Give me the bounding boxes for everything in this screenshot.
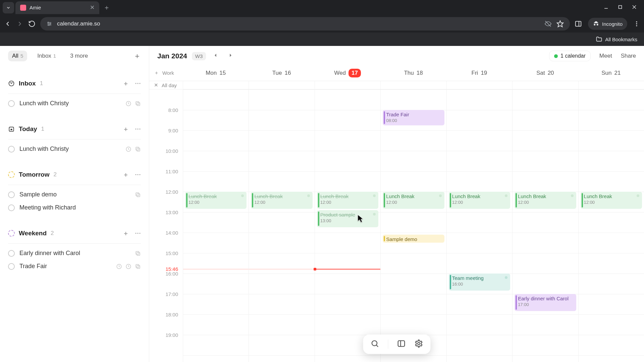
task-checkbox[interactable] bbox=[8, 100, 15, 107]
task-item[interactable]: Lunch with Christy bbox=[8, 139, 141, 153]
prev-week-button[interactable] bbox=[211, 52, 221, 60]
all-bookmarks-button[interactable]: All Bookmarks bbox=[596, 36, 637, 43]
allday-cell[interactable] bbox=[315, 81, 380, 89]
day-column[interactable]: Lunch Break12:00Team meeting16:00 bbox=[446, 89, 512, 362]
task-checkbox[interactable] bbox=[8, 250, 15, 257]
new-tab-button[interactable]: ＋ bbox=[103, 3, 110, 12]
sidepanel-icon[interactable] bbox=[575, 20, 582, 27]
close-window-button[interactable] bbox=[632, 5, 637, 10]
task-item[interactable]: Early dinner with Carol bbox=[8, 244, 141, 257]
tab-close-icon[interactable]: ✕ bbox=[90, 4, 95, 11]
calendar-count-chip[interactable]: 1 calendar bbox=[549, 51, 591, 61]
day-column[interactable]: Lunch Break12:00Early dinner with Carol1… bbox=[512, 89, 578, 362]
allday-cell[interactable] bbox=[249, 81, 314, 89]
minimize-button[interactable] bbox=[604, 5, 608, 10]
kebab-menu-icon[interactable] bbox=[633, 20, 640, 27]
next-week-button[interactable] bbox=[225, 52, 235, 60]
hour-label: 12:00 bbox=[165, 189, 178, 195]
event-block[interactable]: Lunch Break12:00 bbox=[317, 192, 378, 209]
section-head-weekend[interactable]: Weekend2＋⋯ bbox=[8, 229, 141, 237]
task-checkbox[interactable] bbox=[8, 204, 15, 211]
url-box[interactable]: calendar.amie.so bbox=[40, 17, 570, 31]
event-time: 17:00 bbox=[518, 302, 529, 307]
section-add-button[interactable]: ＋ bbox=[123, 79, 129, 87]
reload-button[interactable] bbox=[28, 20, 36, 27]
day-header[interactable]: Tue 16 bbox=[249, 65, 314, 81]
event-block[interactable]: Lunch Break12:00 bbox=[515, 192, 576, 209]
week-number[interactable]: W3 bbox=[192, 52, 206, 60]
section-weekend: Weekend2＋⋯Early dinner with CarolTrade F… bbox=[8, 229, 141, 270]
task-checkbox[interactable] bbox=[8, 146, 15, 153]
task-item[interactable]: Trade Fair bbox=[8, 257, 141, 270]
day-header[interactable]: Thu 18 bbox=[380, 65, 446, 81]
section-add-button[interactable]: ＋ bbox=[123, 229, 129, 237]
event-block[interactable]: Lunch Break12:00 bbox=[383, 192, 444, 209]
section-menu-button[interactable]: ⋯ bbox=[135, 125, 141, 133]
tab-search-button[interactable] bbox=[3, 2, 14, 13]
task-item[interactable]: Lunch with Christy bbox=[8, 94, 141, 107]
hour-label: 18:00 bbox=[165, 312, 178, 317]
event-block[interactable]: Team meeting16:00 bbox=[449, 274, 510, 291]
filter-more[interactable]: 3 more bbox=[66, 51, 92, 61]
section-head-today[interactable]: Today1＋⋯ bbox=[8, 125, 141, 133]
forward-button[interactable] bbox=[16, 20, 23, 27]
svg-point-7 bbox=[48, 22, 49, 23]
search-button[interactable] bbox=[370, 339, 379, 349]
section-menu-button[interactable]: ⋯ bbox=[135, 171, 141, 179]
meet-button[interactable]: Meet bbox=[599, 53, 612, 59]
event-block[interactable]: Lunch Break12:00 bbox=[185, 192, 247, 209]
day-header[interactable]: Mon 15 bbox=[183, 65, 249, 81]
event-block[interactable]: Lunch Break12:00 bbox=[449, 192, 510, 209]
allday-cell[interactable] bbox=[446, 81, 512, 89]
tracking-off-icon[interactable] bbox=[544, 20, 552, 27]
add-list-button[interactable]: ＋ bbox=[133, 51, 141, 61]
task-title: Meeting with Richard bbox=[19, 204, 76, 211]
incognito-chip[interactable]: Incognito bbox=[588, 18, 627, 30]
task-item[interactable]: Sample demo bbox=[8, 185, 141, 198]
task-item[interactable]: Meeting with Richard bbox=[8, 198, 141, 211]
section-head-tomorrow[interactable]: Tomorrow2＋⋯ bbox=[8, 171, 141, 179]
bookmark-star-icon[interactable] bbox=[556, 20, 564, 27]
section-head-inbox[interactable]: Inbox1＋⋯ bbox=[8, 79, 141, 87]
event-block[interactable]: Trade Fair08:00 bbox=[383, 110, 444, 125]
task-checkbox[interactable] bbox=[8, 191, 15, 198]
add-work-row[interactable]: ＋ Work bbox=[154, 70, 174, 76]
event-block[interactable]: Product sample13:00 bbox=[317, 210, 378, 227]
day-header[interactable]: Sat 20 bbox=[512, 65, 578, 81]
back-button[interactable] bbox=[4, 20, 11, 27]
section-count: 2 bbox=[53, 171, 56, 178]
event-title: Lunch Break bbox=[452, 193, 507, 199]
event-title: Product sample bbox=[320, 212, 376, 218]
day-column[interactable]: Lunch Break12:00 bbox=[578, 89, 644, 362]
maximize-button[interactable] bbox=[618, 5, 623, 10]
day-header[interactable]: Fri 19 bbox=[446, 65, 512, 81]
task-title: Lunch with Christy bbox=[19, 145, 69, 153]
section-menu-button[interactable]: ⋯ bbox=[135, 229, 141, 237]
filter-inbox[interactable]: Inbox 1 bbox=[33, 51, 60, 61]
share-button[interactable]: Share bbox=[621, 53, 636, 59]
section-add-button[interactable]: ＋ bbox=[123, 171, 129, 179]
section-add-button[interactable]: ＋ bbox=[123, 125, 129, 133]
day-column[interactable]: Lunch Break12:00 bbox=[183, 89, 249, 362]
allday-cell[interactable] bbox=[512, 81, 578, 89]
day-column[interactable]: Lunch Break12:00Product sample13:00 bbox=[315, 89, 380, 362]
calendar-grid[interactable]: 8:009:0010:0011:0012:0013:0014:0015:0016… bbox=[149, 89, 644, 362]
browser-tab[interactable]: Amie ✕ bbox=[15, 1, 99, 14]
day-header[interactable]: Sun 21 bbox=[578, 65, 644, 81]
filter-all[interactable]: All 5 bbox=[8, 51, 27, 61]
event-block[interactable]: Lunch Break12:00 bbox=[581, 192, 642, 209]
layout-button[interactable] bbox=[397, 339, 406, 349]
settings-button[interactable] bbox=[414, 339, 423, 349]
allday-cell[interactable] bbox=[183, 81, 249, 89]
event-block[interactable]: Sample demo bbox=[383, 235, 444, 243]
day-header[interactable]: Wed 17 bbox=[315, 65, 380, 81]
event-block[interactable]: Lunch Break12:00 bbox=[251, 192, 312, 209]
allday-collapse-icon[interactable]: ✕ bbox=[154, 82, 158, 88]
task-checkbox[interactable] bbox=[8, 263, 15, 270]
day-column[interactable]: Trade Fair08:00Lunch Break12:00Sample de… bbox=[380, 89, 446, 362]
day-column[interactable]: Lunch Break12:00 bbox=[249, 89, 314, 362]
event-block[interactable]: Early dinner with Carol17:00 bbox=[515, 294, 576, 311]
section-menu-button[interactable]: ⋯ bbox=[135, 79, 141, 87]
allday-cell[interactable] bbox=[578, 81, 644, 89]
allday-cell[interactable] bbox=[380, 81, 446, 89]
